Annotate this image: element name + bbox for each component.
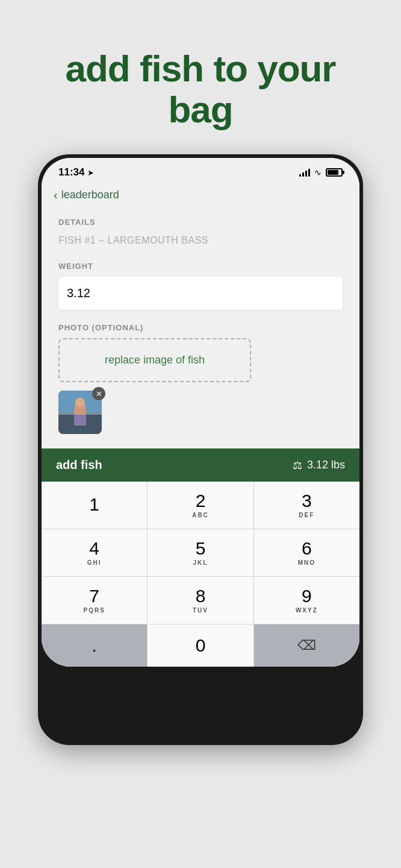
phone-screen: 11:34 ➤ ∿ ‹ leaderboard <box>42 158 359 667</box>
weight-label: WEIGHT <box>58 262 343 271</box>
status-icons: ∿ <box>299 168 343 177</box>
key-delete[interactable]: ⌫ <box>254 624 359 667</box>
signal-icon <box>299 168 310 177</box>
svg-point-5 <box>75 398 85 407</box>
backspace-icon: ⌫ <box>297 638 316 653</box>
location-arrow-icon: ➤ <box>87 168 94 177</box>
photo-section: PHOTO (optional) replace image of fish <box>58 323 343 436</box>
details-label: DETAILS <box>58 218 343 227</box>
replace-image-button[interactable]: replace image of fish <box>58 338 251 382</box>
scale-icon: ⚖ <box>293 459 302 472</box>
status-time: 11:34 ➤ <box>58 166 94 178</box>
bottom-bar: add fish ⚖ 3.12 lbs <box>42 448 359 482</box>
photo-label: PHOTO (optional) <box>58 323 343 332</box>
page-hero-title: add fish to your bag <box>44 48 357 130</box>
photo-thumbnail-wrap: ✕ <box>58 391 102 434</box>
fish-name: FISH #1 – LARGEMOUTH BASS <box>58 233 343 258</box>
time-text: 11:34 <box>58 166 84 178</box>
weight-value-display: 3.12 lbs <box>307 459 345 471</box>
remove-photo-button[interactable]: ✕ <box>92 387 105 400</box>
wifi-icon: ∿ <box>314 168 322 177</box>
key-6[interactable]: 6 MNO <box>254 529 359 576</box>
back-label: leaderboard <box>61 189 119 201</box>
battery-icon <box>326 168 343 177</box>
key-2[interactable]: 2 ABC <box>148 482 253 529</box>
key-dot[interactable]: . <box>42 624 147 667</box>
weight-section: WEIGHT <box>58 262 343 310</box>
replace-image-label: replace image of fish <box>105 354 205 366</box>
key-9[interactable]: 9 WXYZ <box>254 577 359 624</box>
key-7[interactable]: 7 PQRS <box>42 577 147 624</box>
back-button[interactable]: ‹ leaderboard <box>42 182 359 208</box>
key-3[interactable]: 3 DEF <box>254 482 359 529</box>
status-bar: 11:34 ➤ ∿ <box>42 158 359 182</box>
key-1[interactable]: 1 <box>42 482 147 529</box>
keypad: 1 2 ABC 3 DEF 4 GHI 5 JKL 6 MNO <box>42 482 359 667</box>
key-8[interactable]: 8 TUV <box>148 577 253 624</box>
weight-display: ⚖ 3.12 lbs <box>293 459 345 472</box>
key-5[interactable]: 5 JKL <box>148 529 253 576</box>
add-fish-label[interactable]: add fish <box>56 458 102 472</box>
weight-input[interactable] <box>58 277 343 310</box>
key-4[interactable]: 4 GHI <box>42 529 147 576</box>
form-area: DETAILS FISH #1 – LARGEMOUTH BASS WEIGHT… <box>42 208 359 448</box>
phone-shell: 11:34 ➤ ∿ ‹ leaderboard <box>38 154 363 745</box>
svg-rect-4 <box>74 415 86 426</box>
key-0[interactable]: 0 <box>148 624 253 667</box>
back-chevron-icon: ‹ <box>54 188 58 202</box>
